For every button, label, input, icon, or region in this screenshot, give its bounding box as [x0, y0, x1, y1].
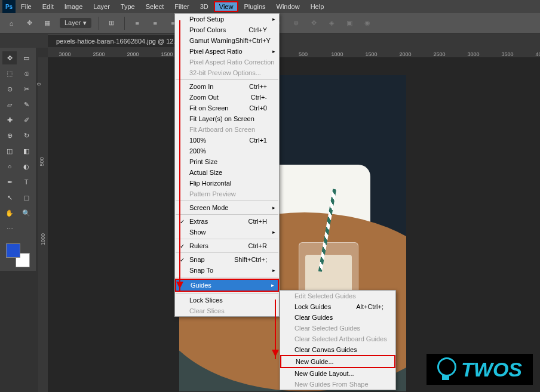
view-menu-proof-colors[interactable]: Proof ColorsCtrl+Y	[175, 24, 279, 35]
pen-tool-icon[interactable]: ✒	[2, 175, 17, 189]
align-left-icon[interactable]: ≡	[132, 18, 143, 29]
blur-tool-icon[interactable]: ○	[2, 160, 17, 173]
view-menu-fit-artboard-on-screen: Fit Artboard on Screen	[175, 124, 279, 135]
view-menu-gamut-warning[interactable]: Gamut WarningShift+Ctrl+Y	[175, 35, 279, 46]
menu-file[interactable]: File	[16, 1, 37, 12]
view-menu-zoom-in[interactable]: Zoom InCtrl++	[175, 81, 279, 92]
lightbulb-icon	[437, 357, 456, 381]
view-menu-snap-to[interactable]: Snap To	[175, 265, 279, 276]
frame-tool-icon[interactable]: ▱	[2, 98, 17, 111]
view-menu-flip-horizontal[interactable]: Flip Horizontal	[175, 178, 279, 189]
hand-tool-icon[interactable]: ✋	[2, 206, 17, 220]
menu-filter[interactable]: Filter	[169, 1, 194, 12]
view-menu-100[interactable]: 100%Ctrl+1	[175, 135, 279, 146]
dodge-tool-icon[interactable]: ◐	[19, 160, 33, 173]
artboard-tool-icon[interactable]: ▭	[19, 51, 33, 64]
view-menu-dropdown: Proof SetupProof ColorsCtrl+YGamut Warni…	[174, 13, 280, 317]
guides-menu-clear-selected-artboard-guides: Clear Selected Artboard Guides	[280, 334, 395, 344]
3d-roll-icon: ⊛	[290, 18, 301, 29]
guides-submenu-dropdown: Edit Selected GuidesLock GuidesAlt+Ctrl+…	[280, 290, 396, 390]
view-menu-32-bit-preview-options: 32-bit Preview Options...	[175, 67, 279, 78]
view-menu-200[interactable]: 200%	[175, 146, 279, 156]
view-menu-fit-on-screen[interactable]: Fit on ScreenCtrl+0	[175, 103, 279, 113]
transform-controls-icon[interactable]: ⊞	[106, 18, 117, 29]
3d-pan-icon: ✥	[308, 18, 319, 29]
guides-menu-lock-guides[interactable]: Lock GuidesAlt+Ctrl+;	[280, 301, 395, 312]
watermark-overlay: TWOS	[427, 354, 533, 385]
view-menu-show[interactable]: Show	[175, 227, 279, 237]
menu-layer[interactable]: Layer	[88, 1, 115, 12]
clone-tool-icon[interactable]: ⊕	[2, 129, 17, 142]
guides-menu-clear-canvas-guides[interactable]: Clear Canvas Guides	[280, 344, 395, 355]
quick-select-tool-icon[interactable]: ⊙	[2, 82, 17, 95]
horizontal-ruler: 3000250020001500100050005001000150020002…	[48, 48, 540, 57]
brush-tool-icon[interactable]: ✐	[19, 113, 33, 126]
document-title: pexels-hatice-baran-16662804.jpg @ 12.5%…	[56, 38, 194, 45]
home-icon[interactable]: ⌂	[6, 18, 17, 29]
guides-menu-clear-selected-guides: Clear Selected Guides	[280, 323, 395, 334]
3d-camera-icon: ◉	[362, 18, 373, 29]
menu-plugins[interactable]: Plugins	[238, 1, 271, 12]
3d-slide-icon: ◈	[326, 18, 337, 29]
shape-tool-icon[interactable]: ▢	[19, 191, 33, 204]
vertical-ruler: 05001000	[38, 57, 48, 392]
tools-panel: ✥ ▭ ⬚ ⟃ ⊙ ✂ ▱ ✎ ✚ ✐ ⊕ ↻ ◫ ◧ ○ ◐ ✒ T ↖ ▢ …	[0, 48, 36, 271]
marquee-tool-icon[interactable]: ⬚	[2, 67, 17, 80]
view-menu-print-size[interactable]: Print Size	[175, 156, 279, 167]
eraser-tool-icon[interactable]: ◫	[2, 144, 17, 158]
annotation-arrow	[275, 300, 276, 359]
menu-select[interactable]: Select	[140, 1, 170, 12]
color-swatches[interactable]	[6, 243, 30, 267]
foreground-color-swatch[interactable]	[6, 243, 20, 258]
guides-menu-clear-guides[interactable]: Clear Guides	[280, 312, 395, 323]
menu-edit[interactable]: Edit	[37, 1, 59, 12]
move-tool-icon[interactable]: ✥	[24, 18, 35, 29]
app-logo-icon: Ps	[2, 0, 16, 13]
menu-type[interactable]: Type	[115, 1, 140, 12]
guides-menu-new-guides-from-shape: New Guides From Shape	[280, 379, 395, 390]
view-menu-proof-setup[interactable]: Proof Setup	[175, 14, 279, 24]
path-tool-icon[interactable]: ↖	[2, 191, 17, 204]
view-menu-actual-size[interactable]: Actual Size	[175, 167, 279, 178]
view-menu-pattern-preview: Pattern Preview	[175, 189, 279, 199]
view-menu-clear-slices: Clear Slices	[175, 305, 279, 316]
view-menu-extras[interactable]: ExtrasCtrl+H	[175, 216, 279, 227]
view-menu-snap[interactable]: SnapShift+Ctrl+;	[175, 254, 279, 265]
view-menu-fit-layer-s-on-screen[interactable]: Fit Layer(s) on Screen	[175, 113, 279, 124]
menu-view[interactable]: View	[214, 1, 239, 12]
view-menu-rulers[interactable]: RulersCtrl+R	[175, 240, 279, 251]
menu-window[interactable]: Window	[271, 1, 305, 12]
menu-help[interactable]: Help	[305, 1, 330, 12]
view-menu-zoom-out[interactable]: Zoom OutCtrl+-	[175, 92, 279, 103]
healing-tool-icon[interactable]: ✚	[2, 113, 17, 126]
menubar-items: FileEditImageLayerTypeSelectFilter3DView…	[16, 1, 329, 12]
auto-select-icon[interactable]: ▦	[42, 18, 53, 29]
view-menu-screen-mode[interactable]: Screen Mode	[175, 202, 279, 213]
view-menu-pixel-aspect-ratio-correction: Pixel Aspect Ratio Correction	[175, 57, 279, 67]
eyedropper-tool-icon[interactable]: ✎	[19, 98, 33, 111]
3d-scale-icon: ▣	[344, 18, 355, 29]
zoom-tool-icon[interactable]: 🔍	[19, 206, 33, 220]
view-menu-lock-slices[interactable]: Lock Slices	[175, 295, 279, 305]
view-menu-guides[interactable]: Guides	[175, 279, 279, 292]
align-center-icon[interactable]: ≡	[150, 18, 161, 29]
lasso-tool-icon[interactable]: ⟃	[19, 67, 33, 80]
menu-3d[interactable]: 3D	[195, 1, 214, 12]
watermark-text: TWOS	[461, 358, 522, 381]
crop-tool-icon[interactable]: ✂	[19, 82, 33, 95]
gradient-tool-icon[interactable]: ◧	[19, 144, 33, 158]
edit-toolbar-icon[interactable]: ⋯	[2, 222, 17, 235]
guides-menu-edit-selected-guides: Edit Selected Guides	[280, 291, 395, 301]
history-brush-tool-icon[interactable]: ↻	[19, 129, 33, 142]
menu-image[interactable]: Image	[59, 1, 88, 12]
guides-menu-new-guide[interactable]: New Guide...	[280, 355, 395, 368]
view-menu-pixel-aspect-ratio[interactable]: Pixel Aspect Ratio	[175, 46, 279, 57]
type-tool-icon[interactable]: T	[19, 175, 33, 189]
move-tool-icon[interactable]: ✥	[2, 51, 17, 64]
menu-bar: Ps FileEditImageLayerTypeSelectFilter3DV…	[0, 0, 540, 13]
layer-selector[interactable]: Layer ▾	[60, 18, 91, 28]
guides-menu-new-guide-layout[interactable]: New Guide Layout...	[280, 368, 395, 379]
annotation-arrow	[179, 20, 180, 291]
